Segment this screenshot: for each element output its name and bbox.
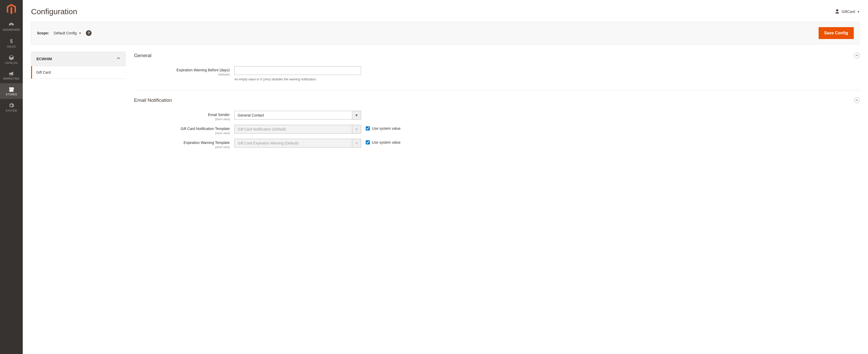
expiration-warning-before-input[interactable] — [234, 66, 361, 75]
chevron-up-icon — [855, 99, 859, 102]
field-label: Expiration Warning Template [store view] — [134, 139, 230, 149]
config-sections: General Expiration Warning Before (days)… — [134, 52, 860, 164]
field-control: Gift Card Notification (Default) ▼ — [234, 125, 361, 134]
page-title: Configuration — [31, 7, 77, 16]
account-menu[interactable]: GiftCard ▼ — [835, 9, 860, 14]
field-label: Email Sender [store view] — [134, 111, 230, 121]
field-control: General Contact ▼ — [234, 111, 361, 120]
sidebar-item-label: MARKETING — [3, 77, 20, 80]
scope-label: Scope: — [37, 31, 49, 35]
section-title: General — [134, 53, 152, 59]
save-config-button[interactable]: Save Config — [818, 27, 854, 39]
use-system-value: Use system value — [366, 125, 417, 131]
storefront-icon — [8, 87, 14, 92]
sidebar-item-label: CATALOG — [5, 62, 18, 64]
gauge-icon — [8, 22, 14, 27]
account-name: GiftCard — [842, 9, 855, 14]
use-system-checkbox[interactable] — [366, 140, 370, 144]
field-control: Gift Card Expiration Warning (Default) ▼ — [234, 139, 361, 147]
scope-selector[interactable]: Default Config ▼ — [54, 31, 82, 35]
scope-group: Scope: Default Config ▼ ? — [37, 30, 92, 36]
chevron-down-icon: ▼ — [352, 139, 361, 147]
magento-logo-icon — [7, 4, 16, 15]
tab-group-title: ECWHIM — [36, 57, 52, 61]
sidebar-item-label: SALES — [7, 45, 16, 48]
sidebar-item-sales[interactable]: $ SALES — [0, 34, 23, 51]
chevron-up-icon — [855, 54, 859, 57]
help-icon[interactable]: ? — [86, 30, 92, 36]
section-general-head[interactable]: General — [134, 52, 860, 64]
sidebar-item-catalog[interactable]: CATALOG — [0, 51, 23, 67]
use-system-label[interactable]: Use system value — [372, 140, 400, 144]
field-expiration-warning-before: Expiration Warning Before (days) [websit… — [134, 64, 860, 83]
sidebar-item-dashboard[interactable]: DASHBOARD — [0, 19, 23, 34]
sidebar-item-marketing[interactable]: MARKETING — [0, 67, 23, 83]
field-label: Expiration Warning Before (days) [websit… — [134, 66, 230, 76]
use-system-label[interactable]: Use system value — [372, 126, 400, 131]
sidebar-item-label: DASHBOARD — [3, 28, 20, 31]
dollar-icon: $ — [9, 38, 14, 44]
scope-toolbar: Scope: Default Config ▼ ? Save Config — [31, 22, 860, 44]
collapse-toggle[interactable] — [854, 97, 860, 103]
main-area: Configuration GiftCard ▼ Scope: Default … — [23, 0, 868, 354]
svg-text:$: $ — [10, 38, 13, 44]
admin-sidebar: DASHBOARD $ SALES CATALOG MARKETING STOR… — [0, 0, 23, 354]
field-label: Gift Card Notification Template [store v… — [134, 125, 230, 135]
page-header: Configuration GiftCard ▼ — [23, 0, 868, 22]
use-system-checkbox[interactable] — [366, 126, 370, 131]
chevron-up-icon — [117, 57, 120, 61]
field-gc-notification-template: Gift Card Notification Template [store v… — [134, 123, 860, 137]
config-tabs: ECWHIM Gift Card — [31, 52, 126, 79]
expiration-warning-template-select: Gift Card Expiration Warning (Default) ▼ — [234, 139, 361, 147]
sidebar-item-label: STORES — [6, 93, 17, 96]
magento-logo[interactable] — [0, 0, 23, 19]
megaphone-icon — [8, 71, 14, 76]
user-icon — [835, 9, 840, 14]
chevron-down-icon: ▼ — [352, 125, 361, 133]
sidebar-item-system[interactable]: SYSTEM — [0, 99, 23, 115]
field-expiration-warning-template: Expiration Warning Template [store view]… — [134, 137, 860, 151]
email-sender-select[interactable]: General Contact ▼ — [234, 111, 361, 120]
field-note: An empty value or 0 (zero) disables the … — [234, 77, 361, 81]
use-system-value: Use system value — [366, 139, 417, 144]
section-title: Email Notification — [134, 97, 172, 103]
chevron-down-icon: ▼ — [857, 10, 860, 13]
sidebar-item-stores[interactable]: STORES — [0, 83, 23, 99]
field-email-sender: Email Sender [store view] General Contac… — [134, 109, 860, 123]
cube-icon — [8, 55, 14, 61]
field-control: An empty value or 0 (zero) disables the … — [234, 66, 361, 81]
gc-notification-template-select: Gift Card Notification (Default) ▼ — [234, 125, 361, 134]
chevron-down-icon: ▼ — [79, 32, 81, 35]
sidebar-item-label: SYSTEM — [6, 109, 17, 112]
chevron-down-icon: ▼ — [352, 111, 361, 119]
scope-value-text: Default Config — [54, 31, 77, 35]
gear-icon — [8, 103, 14, 108]
section-email-notification: Email Notification Email Sender [store v… — [134, 96, 860, 157]
section-general: General Expiration Warning Before (days)… — [134, 52, 860, 90]
collapse-toggle[interactable] — [854, 53, 860, 59]
tab-gift-card[interactable]: Gift Card — [31, 66, 126, 79]
section-email-head[interactable]: Email Notification — [134, 96, 860, 109]
config-content: ECWHIM Gift Card General Expira — [23, 44, 868, 171]
tab-group-ecwhim[interactable]: ECWHIM — [31, 52, 126, 66]
